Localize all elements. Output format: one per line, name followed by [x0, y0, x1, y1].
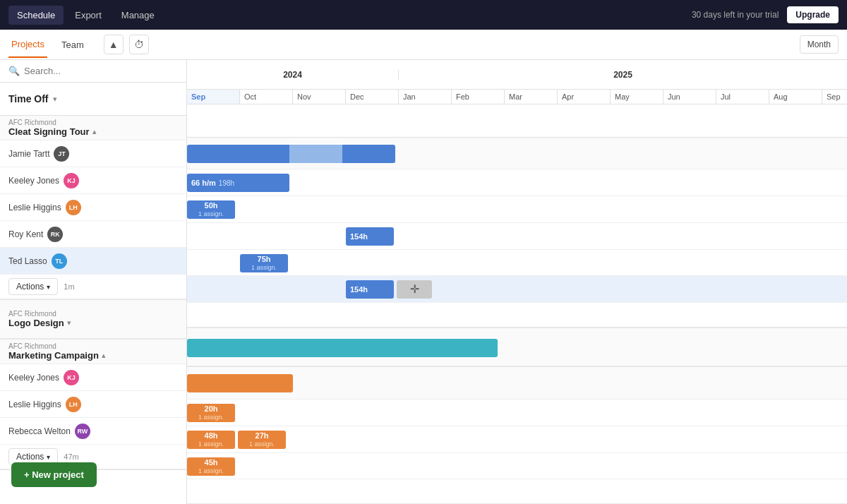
member-row-lh1: Leslie Higgins LH [0, 194, 186, 221]
member-row-kj2: Keeley Jones KJ [0, 364, 186, 391]
actions-chevron-1: ▾ [47, 283, 50, 291]
search-input[interactable] [24, 66, 178, 76]
project-3-collapse[interactable]: ▴ [102, 351, 106, 360]
kj1-bar[interactable]: 50h 1 assign. [187, 200, 235, 219]
member-name-tl: Ted Lasso [8, 256, 47, 266]
proj1-bar-seg2[interactable] [289, 145, 342, 163]
project-name-2: Logo Design [8, 318, 64, 328]
month-jul: Jul [716, 90, 769, 104]
jt-bar-row: 66 h/m 198h [187, 169, 847, 196]
rw-bar-row: 45h 1 assign. [187, 453, 847, 480]
proj1-bar-seg1[interactable] [187, 145, 289, 163]
avatar-lh1: LH [66, 200, 81, 215]
actions-time-1: 1m [64, 282, 74, 291]
month-jan: Jan [399, 90, 452, 104]
member-name-kj2: Keeley Jones [8, 373, 59, 383]
time-off-collapse-icon[interactable]: ▾ [53, 95, 57, 104]
member-row-kj1: Keeley Jones KJ [0, 167, 186, 194]
avatar-lh2: LH [66, 397, 81, 412]
project-org-3: AFC Richmond [8, 342, 178, 350]
month-sep2: Sep [822, 90, 847, 104]
search-box: 🔍 [0, 60, 186, 83]
project-1-bar-row [187, 138, 847, 170]
jt-bar[interactable]: 66 h/m 198h [187, 174, 289, 192]
member-row-lh2: Leslie Higgins LH [0, 391, 186, 418]
proj1-bar-seg3[interactable] [342, 145, 395, 163]
member-row-tl: Ted Lasso TL [0, 248, 186, 275]
project-3-bar-row [187, 367, 847, 400]
actions-chevron-3: ▾ [47, 453, 50, 461]
project-2-bar-row [187, 328, 847, 368]
member-row-rk: Roy Kent RK [0, 221, 186, 248]
actions1-bar-row [187, 303, 847, 328]
avatar-rw: RW [75, 424, 90, 439]
time-off-bar-row [187, 104, 847, 138]
year-2024: 2024 [187, 70, 399, 80]
project-logo-section: AFC Richmond Logo Design ▾ [0, 300, 186, 340]
project-name-3: Marketing Campaign [8, 350, 99, 361]
nav-export[interactable]: Export [66, 6, 110, 25]
nav-manage[interactable]: Manage [113, 6, 163, 25]
lh1-bar-row: 154h [187, 223, 847, 250]
tl-bar-row: 154h ✛ [187, 276, 847, 303]
project-1-collapse[interactable]: ▴ [92, 127, 97, 136]
project-name-1: Cleat Signing Tour [8, 126, 90, 137]
rk-bar[interactable]: 75h 1 assign. [240, 254, 288, 272]
member-name-rw: Rebecca Welton [8, 426, 71, 436]
top-nav: Schedule Export Manage 30 days left in y… [0, 0, 847, 30]
project-marketing-header: AFC Richmond Marketing Campaign ▴ [0, 340, 186, 364]
kj2-bar[interactable]: 20h 1 assign. [187, 404, 235, 422]
time-off-label: Time Off [8, 93, 49, 104]
calendar-header: 2024 2025 Sep Oct Nov Dec Jan Feb Mar [187, 60, 847, 104]
calendar-area: 2024 2025 Sep Oct Nov Dec Jan Feb Mar [187, 60, 847, 504]
month-button[interactable]: Month [800, 35, 839, 54]
member-row-rw: Rebecca Welton RW [0, 418, 186, 445]
project-org-1: AFC Richmond [8, 119, 178, 126]
marketing-header-bar[interactable] [187, 374, 293, 392]
project-marketing-section: AFC Richmond Marketing Campaign ▴ Keeley… [0, 340, 186, 470]
member-name-rk: Roy Kent [8, 229, 43, 239]
lh2-bar1[interactable]: 48h 1 assign. [187, 431, 235, 449]
nav-schedule[interactable]: Schedule [8, 6, 64, 25]
new-project-button[interactable]: + New project [11, 462, 97, 487]
search-icon: 🔍 [8, 66, 20, 76]
lh2-bar-row: 48h 1 assign. 27h 1 assign. [187, 426, 847, 453]
month-nov: Nov [293, 90, 346, 104]
month-may: May [611, 90, 663, 104]
actions-time-3: 47m [64, 452, 78, 461]
actions-button-1[interactable]: Actions ▾ [8, 278, 58, 295]
month-dec: Dec [346, 90, 399, 104]
sidebar: 🔍 Time Off ▾ AFC Richmond Cleat Signing … [0, 60, 187, 504]
member-name-lh1: Leslie Higgins [8, 203, 61, 212]
clock-icon[interactable]: ⏱ [129, 35, 149, 54]
avatar-tl: TL [52, 253, 67, 269]
upgrade-button[interactable]: Upgrade [787, 6, 839, 23]
avatar-jt: JT [54, 146, 69, 162]
lh2-bar2[interactable]: 27h 1 assign. [238, 431, 286, 449]
navigate-prev-icon[interactable]: ▲ [104, 35, 124, 54]
month-apr: Apr [558, 90, 611, 104]
tl-bar2-add[interactable]: ✛ [397, 280, 432, 299]
month-oct: Oct [240, 90, 293, 104]
header-search-spacer: 2024 2025 [187, 60, 847, 90]
tab-team[interactable]: Team [59, 32, 87, 57]
project-cleat-section: AFC Richmond Cleat Signing Tour ▴ Jamie … [0, 116, 186, 300]
rw-bar[interactable]: 45h 1 assign. [187, 457, 235, 476]
month-aug: Aug [769, 90, 822, 104]
sub-nav: Projects Team [0, 30, 95, 59]
project-cleat-header: AFC Richmond Cleat Signing Tour ▴ [0, 116, 186, 140]
avatar-kj2: KJ [64, 370, 79, 385]
rk-bar-row: 75h 1 assign. [187, 250, 847, 277]
member-name-lh2: Leslie Higgins [8, 400, 61, 409]
main-layout: 🔍 Time Off ▾ AFC Richmond Cleat Signing … [0, 60, 847, 504]
lh1-bar[interactable]: 154h [346, 227, 394, 246]
project-logo-header: AFC Richmond Logo Design ▾ [0, 300, 186, 340]
logo-design-bar[interactable] [187, 339, 498, 357]
avatar-rk: RK [47, 227, 63, 242]
tl-bar1[interactable]: 154h [346, 280, 394, 299]
member-name-kj1: Keeley Jones [8, 176, 59, 186]
project-2-collapse[interactable]: ▾ [67, 318, 71, 328]
month-mar: Mar [505, 90, 558, 104]
tab-projects[interactable]: Projects [8, 32, 47, 58]
member-row-jt: Jamie Tartt JT [0, 140, 186, 167]
